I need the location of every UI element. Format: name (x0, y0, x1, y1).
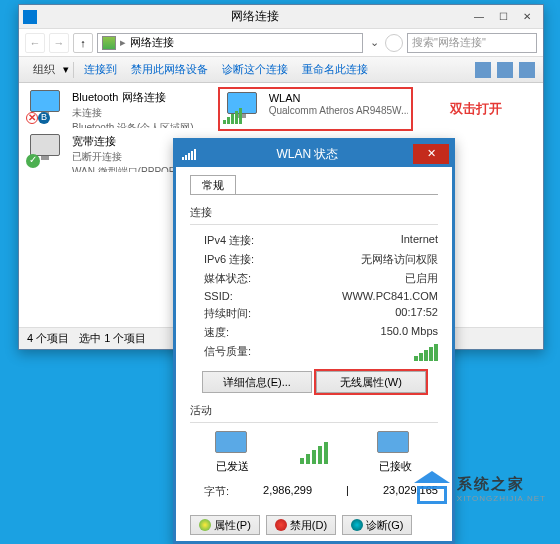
toolbar-rename[interactable]: 重命名此连接 (296, 60, 374, 79)
search-input[interactable]: 搜索"网络连接" (407, 33, 537, 53)
tab-general[interactable]: 常规 (190, 175, 236, 195)
annotation: 双击打开 (450, 100, 502, 118)
minimize-button[interactable]: — (467, 8, 491, 26)
check-icon: ✓ (26, 154, 40, 168)
nav-fwd-icon[interactable]: → (49, 33, 69, 53)
view-icon[interactable] (475, 62, 491, 78)
folder-icon (102, 36, 116, 50)
toolbar-connect[interactable]: 连接到 (78, 60, 123, 79)
window-title: 网络连接 (43, 8, 467, 25)
status-selected: 选中 1 个项目 (79, 331, 146, 346)
activity-wifi-icon (300, 442, 328, 464)
group-activity: 活动 (190, 403, 438, 418)
status-count: 4 个项目 (27, 331, 69, 346)
connection-item[interactable]: ✕B Bluetooth 网络连接 未连接 Bluetooth 设备(个人区域网… (23, 87, 218, 131)
signal-quality-icon (414, 344, 438, 361)
signal-icon (182, 149, 196, 160)
bluetooth-icon: B (38, 112, 50, 124)
window-icon (23, 10, 37, 24)
watermark: 系统之家XITONGZHIJIA.NET (417, 474, 546, 504)
toolbar-diagnose[interactable]: 诊断这个连接 (216, 60, 294, 79)
disable-button[interactable]: 禁用(D) (266, 515, 336, 535)
breadcrumb[interactable]: 网络连接 (130, 35, 174, 50)
toolbar-disable[interactable]: 禁用此网络设备 (125, 60, 214, 79)
pc-icon (377, 431, 413, 459)
details-icon[interactable] (497, 62, 513, 78)
wifi-icon (223, 108, 242, 124)
diagnose-button[interactable]: 诊断(G) (342, 515, 412, 535)
maximize-button[interactable]: ☐ (491, 8, 515, 26)
details-button[interactable]: 详细信息(E)... (202, 371, 312, 393)
conn-name: 宽带连接 (72, 134, 179, 149)
address-bar[interactable]: ▸ 网络连接 (97, 33, 363, 53)
properties-button[interactable]: 属性(P) (190, 515, 260, 535)
addr-dropdown-icon[interactable]: ⌄ (367, 36, 381, 49)
group-connection: 连接 (190, 205, 438, 220)
connection-item-wlan[interactable]: WLAN Qualcomm Atheros AR9485W... (218, 87, 413, 131)
wireless-properties-button[interactable]: 无线属性(W) (316, 371, 426, 393)
disconnected-icon: ✕ (26, 112, 38, 124)
conn-name: Bluetooth 网络连接 (72, 90, 194, 105)
refresh-button[interactable] (385, 34, 403, 52)
close-button[interactable]: ✕ (515, 8, 539, 26)
nav-back-icon[interactable]: ← (25, 33, 45, 53)
help-icon[interactable] (519, 62, 535, 78)
nav-up-icon[interactable]: ↑ (73, 33, 93, 53)
toolbar-organize[interactable]: 组织 (27, 60, 61, 79)
close-button[interactable]: ✕ (413, 144, 449, 164)
pc-icon (215, 431, 251, 459)
conn-name: WLAN (269, 92, 408, 104)
dialog-title: WLAN 状态 (202, 146, 413, 163)
